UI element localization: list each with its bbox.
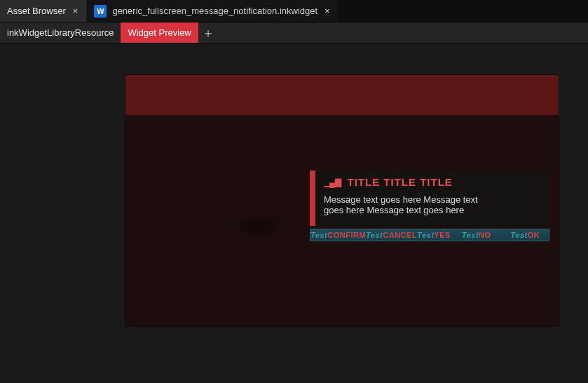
plus-icon: ＋ [202, 25, 214, 41]
preview-background-banner [125, 75, 559, 115]
file-type-icon: W [94, 5, 107, 18]
tab-label: inkWidgetLibraryResource [7, 27, 114, 38]
hint-prompt: Test [310, 231, 327, 239]
side-gutter [0, 43, 125, 383]
hint-cancel[interactable]: Test CANCEL [366, 231, 417, 239]
tab-inkwidget-file[interactable]: W generic_fullscreen_message_notificatio… [87, 0, 339, 22]
notification-widget: ▁▄▇ TITLE TITLE TITLE Message text goes … [310, 170, 549, 241]
window-tabbar: Asset Browser × W generic_fullscreen_mes… [0, 0, 588, 22]
close-icon[interactable]: × [323, 6, 331, 16]
tab-widget-preview[interactable]: Widget Preview [121, 22, 198, 43]
hint-no[interactable]: Test NO [462, 231, 491, 239]
preview-shadow-blob [234, 215, 283, 236]
notification-content: ▁▄▇ TITLE TITLE TITLE Message text goes … [315, 170, 549, 226]
tab-label: Widget Preview [128, 27, 191, 38]
notification-header: ▁▄▇ TITLE TITLE TITLE [324, 176, 541, 188]
workspace: ▁▄▇ TITLE TITLE TITLE Message text goes … [0, 43, 588, 383]
hint-label: OK [528, 231, 540, 239]
editor-tabbar: inkWidgetLibraryResource Widget Preview … [0, 22, 588, 43]
input-hints-bar: Test CONFIRM Test CANCEL Test YES Test N… [310, 229, 549, 241]
hint-prompt: Test [462, 231, 479, 239]
hint-prompt: Test [511, 231, 528, 239]
hint-label: YES [434, 231, 451, 239]
hint-label: CANCEL [383, 231, 417, 239]
preview-viewport[interactable]: ▁▄▇ TITLE TITLE TITLE Message text goes … [125, 74, 559, 327]
hint-prompt: Test [366, 231, 383, 239]
hint-label: NO [479, 231, 491, 239]
notification-body: ▁▄▇ TITLE TITLE TITLE Message text goes … [310, 170, 549, 226]
tab-label: generic_fullscreen_message_notification.… [112, 6, 317, 16]
tabbar-spacer [339, 0, 588, 22]
hint-ok[interactable]: Test OK [511, 231, 540, 239]
add-tab-button[interactable]: ＋ [198, 22, 218, 43]
hint-yes[interactable]: Test YES [417, 231, 451, 239]
hint-prompt: Test [417, 231, 434, 239]
tab-label: Asset Browser [7, 6, 66, 16]
hint-confirm[interactable]: Test CONFIRM [310, 231, 366, 239]
tab-resource[interactable]: inkWidgetLibraryResource [0, 22, 121, 43]
notification-message: Message text goes here Message text goes… [324, 195, 478, 216]
tab-asset-browser[interactable]: Asset Browser × [0, 0, 87, 22]
warning-icon: ▁▄▇ [324, 177, 341, 187]
close-icon[interactable]: × [71, 6, 80, 16]
notification-title: TITLE TITLE TITLE [348, 176, 453, 188]
accent-bar [310, 170, 315, 226]
hint-label: CONFIRM [327, 231, 366, 239]
